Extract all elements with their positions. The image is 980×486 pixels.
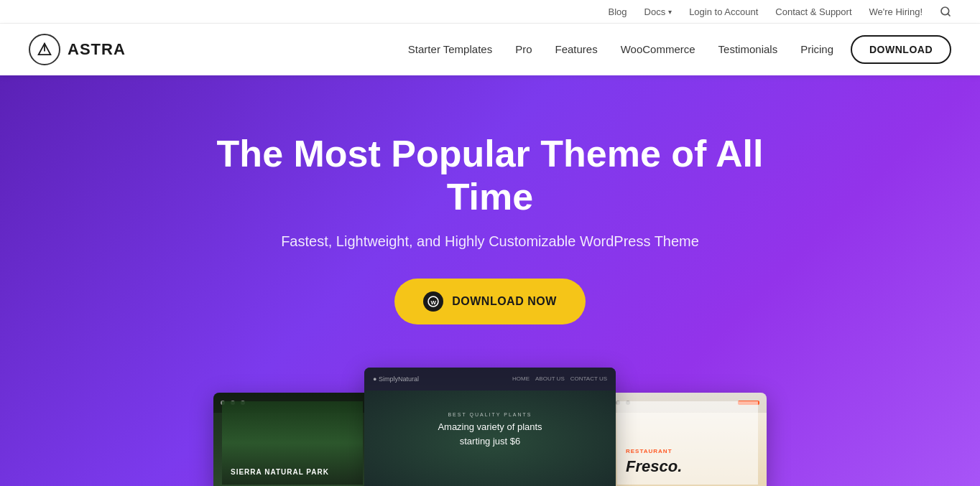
download-nav-button[interactable]: DOWNLOAD xyxy=(851,35,951,64)
nav-starter-templates[interactable]: Starter Templates xyxy=(408,43,492,55)
search-button[interactable] xyxy=(940,6,951,17)
top-bar: Blog Docs ▾ Login to Account Contact & S… xyxy=(0,0,980,24)
hero-subtitle: Fastest, Lightweight, and Highly Customi… xyxy=(281,233,699,250)
screenshot-right: RESTAURANT Fresco. xyxy=(609,393,767,486)
contact-support-link[interactable]: Contact & Support xyxy=(775,6,851,17)
hero-section: The Most Popular Theme of All Time Faste… xyxy=(0,75,980,486)
sc-left-title: SIERRA NATURAL PARK xyxy=(231,468,329,476)
docs-chevron: ▾ xyxy=(668,8,672,16)
login-link[interactable]: Login to Account xyxy=(689,6,758,17)
svg-line-1 xyxy=(948,14,950,16)
wordpress-icon: W xyxy=(423,291,443,312)
logo-link[interactable]: ASTRA xyxy=(29,34,126,65)
center-tagline: Amazing variety of plantsstarting just $… xyxy=(438,420,542,448)
nav-links: Starter Templates Pro Features WooCommer… xyxy=(408,43,833,56)
sc-right-title: Fresco. xyxy=(626,457,749,476)
hero-title: The Most Popular Theme of All Time xyxy=(203,133,777,219)
nav-pricing[interactable]: Pricing xyxy=(800,43,833,55)
logo-text: ASTRA xyxy=(68,40,126,59)
wordpress-logo-svg: W xyxy=(427,296,439,307)
logo-icon xyxy=(29,34,60,65)
nav-pro[interactable]: Pro xyxy=(515,43,532,55)
plants-overlay: BEST QUALITY PLANTS Amazing variety of p… xyxy=(364,368,616,486)
download-now-button[interactable]: W DOWNLOAD NOW xyxy=(394,279,586,324)
nav-testimonials[interactable]: Testimonials xyxy=(718,43,778,55)
quality-badge: BEST QUALITY PLANTS xyxy=(448,412,532,417)
screenshot-center: ● SimplyNatural HOME ABOUT US CONTACT US… xyxy=(364,368,616,486)
sc-right-subtitle: RESTAURANT xyxy=(626,448,749,454)
search-icon xyxy=(940,6,951,17)
nav-woocommerce[interactable]: WooCommerce xyxy=(621,43,695,55)
nav-features[interactable]: Features xyxy=(555,43,597,55)
svg-text:W: W xyxy=(431,299,437,305)
docs-label: Docs xyxy=(644,6,666,17)
screenshot-left: SIERRA NATURAL PARK xyxy=(213,393,371,486)
docs-link[interactable]: Docs ▾ xyxy=(644,6,672,17)
screenshots-preview: SIERRA NATURAL PARK ● SimplyNatural HOME… xyxy=(29,368,951,486)
hiring-link[interactable]: We're Hiring! xyxy=(869,6,923,17)
blog-link[interactable]: Blog xyxy=(608,6,627,17)
main-nav: ASTRA Starter Templates Pro Features Woo… xyxy=(0,24,980,75)
download-now-label: DOWNLOAD NOW xyxy=(452,295,557,308)
astra-logo-svg xyxy=(36,41,53,58)
